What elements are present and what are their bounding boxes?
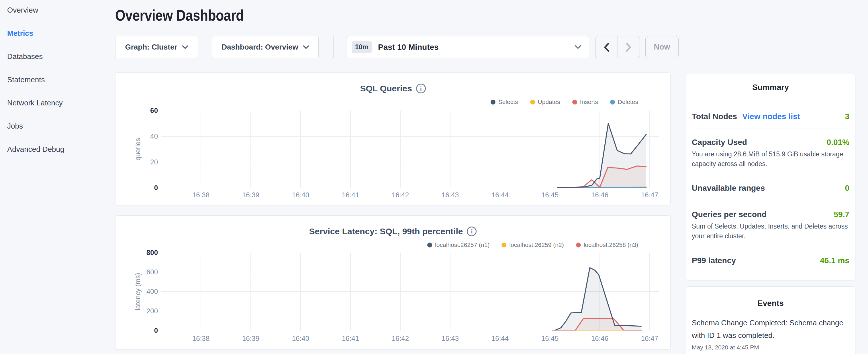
event-item[interactable]: Schema Change Completed: Schema change w…: [692, 317, 849, 351]
divider: [692, 129, 849, 129]
chart-title: SQL Queries: [360, 84, 412, 93]
chevron-down-icon: [182, 45, 188, 49]
legend-label: Selects: [498, 99, 518, 105]
legend-item: Deletes: [610, 99, 638, 105]
sidebar-item-jobs[interactable]: Jobs: [7, 122, 110, 130]
y-axis-tick-label: 0: [116, 184, 158, 192]
summary-label: Total Nodes: [692, 112, 737, 121]
y-axis-tick-label: 800: [116, 248, 158, 257]
chart-header: Service Latency: SQL, 99th percentile i: [116, 227, 670, 236]
x-axis-tick-label: 16:44: [483, 334, 517, 343]
sidebar-item-statements[interactable]: Statements: [7, 75, 110, 84]
event-timestamp: May 13, 2020 at 4:45 PM: [692, 344, 849, 351]
x-axis-tick-label: 16:38: [184, 334, 218, 343]
x-axis-tick-label: 16:46: [583, 334, 617, 343]
dashboard-dropdown[interactable]: Dashboard: Overview: [212, 36, 319, 58]
time-step-controls: [595, 36, 640, 58]
x-axis-tick-label: 16:47: [632, 334, 667, 343]
y-axis-tick-label: 400: [116, 287, 158, 296]
events-panel: Events Schema Change Completed: Schema c…: [686, 286, 856, 354]
events-title: Events: [686, 299, 855, 308]
divider: [692, 201, 849, 201]
summary-value: 0: [845, 184, 849, 193]
summary-value: 3: [845, 112, 849, 121]
summary-value: 46.1 ms: [820, 256, 849, 265]
now-button[interactable]: Now: [645, 36, 679, 58]
legend-label: localhost:26259 (n2): [509, 242, 564, 248]
summary-value: 0.01%: [827, 138, 849, 147]
graph-scope-dropdown[interactable]: Graph: Cluster: [115, 36, 198, 58]
time-range-badge: 10m: [351, 41, 372, 53]
page-title: Overview Dashboard: [115, 6, 267, 24]
event-text: Schema Change Completed: Schema change w…: [692, 317, 849, 342]
service-latency-chart[interactable]: [161, 253, 659, 330]
summary-panel: Summary Total Nodes View nodes list 3 Ca…: [686, 74, 856, 280]
legend-dot-icon: [572, 100, 577, 104]
summary-row-p99-latency: P99 latency 46.1 ms: [692, 256, 849, 265]
info-icon[interactable]: i: [467, 227, 476, 236]
sql-queries-chart[interactable]: [161, 110, 659, 188]
legend-item: localhost:26259 (n2): [501, 242, 564, 248]
legend-label: Deletes: [618, 99, 638, 105]
chart-title: Service Latency: SQL, 99th percentile: [309, 227, 463, 236]
service-latency-chart-card: Service Latency: SQL, 99th percentile i …: [115, 215, 671, 350]
x-axis-tick-label: 16:45: [533, 334, 567, 343]
x-axis-tick-label: 16:45: [533, 191, 567, 199]
legend-label: Updates: [538, 99, 560, 105]
sidebar-item-databases[interactable]: Databases: [7, 52, 110, 61]
x-axis-tick-label: 16:39: [234, 191, 268, 199]
view-nodes-list-link[interactable]: View nodes list: [742, 112, 800, 121]
legend-dot-icon: [427, 243, 432, 248]
legend-label: Inserts: [580, 99, 598, 105]
sidebar-item-overview[interactable]: Overview: [7, 6, 110, 14]
summary-label: P99 latency: [692, 256, 736, 265]
summary-row-qps: Queries per second 59.7: [692, 210, 849, 219]
chevron-right-icon: [625, 42, 632, 53]
y-axis-tick-label: 600: [116, 268, 158, 277]
summary-row-total-nodes: Total Nodes View nodes list 3: [692, 112, 849, 121]
sidebar-item-network-latency[interactable]: Network Latency: [7, 99, 110, 107]
time-range-dropdown[interactable]: 10m Past 10 Minutes: [346, 36, 589, 58]
time-step-forward-button[interactable]: [618, 36, 640, 58]
time-step-back-button[interactable]: [595, 36, 618, 58]
y-axis-tick-label: 20: [116, 158, 158, 166]
y-axis-tick-label: 200: [116, 307, 158, 315]
x-axis-tick-label: 16:39: [234, 334, 268, 343]
legend-dot-icon: [530, 100, 535, 104]
summary-title: Summary: [686, 83, 855, 92]
chart-header: SQL Queries i: [116, 84, 670, 93]
legend-dot-icon: [491, 100, 495, 104]
series-area: [557, 123, 646, 188]
x-axis-tick-label: 16:46: [583, 191, 617, 199]
y-axis-tick-label: 40: [116, 132, 158, 141]
x-axis-tick-label: 16:40: [283, 334, 318, 343]
legend-item: Inserts: [572, 99, 598, 105]
legend-item: Selects: [491, 99, 518, 105]
x-axis-tick-label: 16:41: [333, 191, 368, 199]
time-range-label: Past 10 Minutes: [378, 43, 439, 52]
summary-label: Capacity Used: [692, 138, 747, 147]
summary-label: Queries per second: [692, 210, 767, 219]
sidebar-item-advanced-debug[interactable]: Advanced Debug: [7, 145, 110, 154]
legend-item: localhost:26258 (n3): [576, 242, 638, 248]
x-axis-tick-label: 16:41: [333, 334, 368, 343]
x-axis-tick-label: 16:42: [383, 191, 417, 199]
series-area: [555, 268, 641, 330]
legend-dot-icon: [501, 243, 506, 248]
y-axis-tick-label: 60: [116, 106, 158, 115]
chart-legend: localhost:26257 (n1)localhost:26259 (n2)…: [427, 242, 638, 248]
summary-description: You are using 28.6 MiB of 515.9 GiB usab…: [692, 149, 849, 169]
graph-scope-dropdown-label: Graph: Cluster: [125, 43, 177, 52]
legend-label: localhost:26257 (n1): [435, 242, 490, 248]
sidebar-item-metrics[interactable]: Metrics: [7, 29, 110, 37]
x-axis-tick-label: 16:42: [383, 334, 417, 343]
summary-label: Unavailable ranges: [692, 184, 765, 193]
chevron-left-icon: [602, 42, 610, 53]
toolbar-divider: [333, 36, 334, 58]
sql-queries-chart-card: SQL Queries i SelectsUpdatesInsertsDelet…: [115, 72, 671, 205]
info-icon[interactable]: i: [416, 84, 426, 93]
divider: [692, 176, 849, 176]
x-axis-tick-label: 16:40: [283, 191, 318, 199]
legend-item: localhost:26257 (n1): [427, 242, 490, 248]
chart-legend: SelectsUpdatesInsertsDeletes: [491, 99, 638, 105]
